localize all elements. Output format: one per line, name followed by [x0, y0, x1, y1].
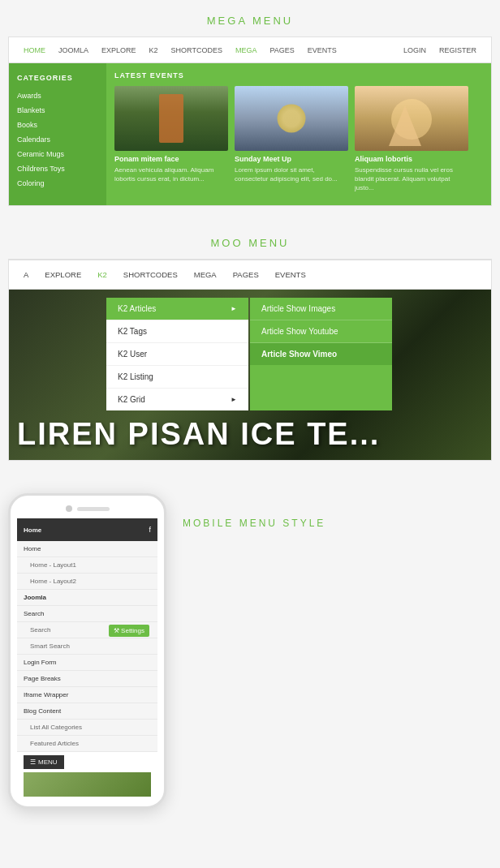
- phone-menu-item-home-layout1[interactable]: Home - Layout1: [17, 557, 157, 574]
- phone-menu-item-featured-articles[interactable]: Featured Articles: [17, 736, 157, 752]
- spacer-2: [0, 461, 500, 477]
- category-blankets[interactable]: Blankets: [9, 103, 106, 118]
- mega-card-title-2: Sunday Meet Up: [235, 155, 348, 163]
- section-title-mega: MEGA MENU: [0, 0, 500, 37]
- phone-menu-list: Home Home - Layout1 Home - Layout2 Jooml…: [17, 541, 157, 752]
- moo-nav-k2[interactable]: K2: [89, 270, 115, 279]
- nav-item-events[interactable]: EVENTS: [301, 46, 343, 54]
- moo-secondary-menu: Article Show Images Article Show Youtube…: [250, 298, 392, 410]
- mega-cards-container: Ponam mitem face Aenean vehicula aliquam…: [114, 86, 483, 193]
- phone-fb-icon: f: [149, 526, 151, 534]
- phone-menu-item-page-breaks[interactable]: Page Breaks: [17, 671, 157, 687]
- phone-settings-button[interactable]: ⚒ Settings: [109, 625, 149, 637]
- nav-item-pages[interactable]: PAGES: [263, 46, 300, 54]
- phone-menu-button[interactable]: ☰ MENU: [24, 755, 64, 769]
- moo-primary-menu: K2 Articles ► K2 Tags K2 User K2 Listing…: [106, 298, 248, 410]
- moo-nav-events[interactable]: EVENTS: [267, 270, 314, 279]
- mega-card-title-3: Aliquam lobortis: [355, 155, 468, 163]
- mega-card-1[interactable]: Ponam mitem face Aenean vehicula aliquam…: [114, 86, 228, 193]
- nav-right-group: LOGIN REGISTER: [397, 46, 483, 54]
- mega-card-text-2: Lorem ipsum dolor sit amet, consectetur …: [235, 165, 348, 183]
- phone-bottom-image: [24, 772, 151, 797]
- mega-card-3[interactable]: Aliquam lobortis Suspendisse cursus null…: [355, 86, 468, 193]
- moo-nav-bar: A EXPLORE K2 SHORTCODES MEGA PAGES EVENT…: [9, 260, 491, 290]
- moo-item-k2-articles[interactable]: K2 Articles ►: [106, 298, 248, 320]
- moo-menu-section: A EXPLORE K2 SHORTCODES MEGA PAGES EVENT…: [8, 260, 492, 461]
- category-awards[interactable]: Awards: [9, 88, 106, 103]
- category-books[interactable]: Books: [9, 118, 106, 132]
- moo-sub-show-vimeo[interactable]: Article Show Vimeo: [250, 343, 392, 365]
- phone-mockup: Home f Home Home - Layout1 Home - Layout…: [8, 493, 166, 809]
- phone-header-text: Home: [24, 526, 41, 534]
- section-title-moo: MOO MENU: [0, 222, 500, 259]
- nav-item-mega[interactable]: MEGA: [229, 46, 264, 54]
- moo-item-k2-user[interactable]: K2 User: [106, 343, 248, 366]
- latest-events-title: LATEST EVENTS: [114, 71, 483, 86]
- mega-events-panel: LATEST EVENTS Ponam mitem face Aenean ve…: [106, 63, 491, 205]
- moo-dropdown-area: K2 Articles ► K2 Tags K2 User K2 Listing…: [9, 290, 491, 460]
- arrow-icon-k2-articles: ►: [231, 305, 237, 312]
- phone-speaker: [77, 507, 110, 511]
- menu-btn-label: MENU: [38, 758, 58, 766]
- category-coloring[interactable]: Coloring: [9, 176, 106, 191]
- mega-categories-panel: CATEGORIES Awards Blankets Books Calenda…: [9, 63, 106, 205]
- settings-label: Settings: [121, 627, 144, 634]
- spacer-1: [0, 206, 500, 222]
- mega-card-title-1: Ponam mitem face: [114, 155, 228, 163]
- phone-menu-item-iframe-wrapper[interactable]: Iframe Wrapper: [17, 687, 157, 703]
- mega-card-text-3: Suspendisse cursus nulla vel eros blandi…: [355, 165, 468, 193]
- mobile-text-side: MOBILE MENU STYLE: [183, 493, 325, 529]
- moo-nav-explore[interactable]: EXPLORE: [37, 270, 89, 279]
- moo-popup: K2 Articles ► K2 Tags K2 User K2 Listing…: [106, 298, 491, 410]
- phone-header: Home f: [17, 518, 157, 541]
- category-calendars[interactable]: Calendars: [9, 132, 106, 147]
- category-ceramic-mugs[interactable]: Ceramic Mugs: [9, 147, 106, 161]
- mega-card-image-3: [355, 86, 468, 151]
- nav-item-explore[interactable]: EXPLORE: [95, 46, 143, 54]
- mobile-menu-section: Home f Home Home - Layout1 Home - Layout…: [0, 477, 500, 825]
- phone-menu-item-login-form[interactable]: Login Form: [17, 655, 157, 671]
- wrench-icon: ⚒: [114, 627, 119, 634]
- nav-item-k2[interactable]: K2: [143, 46, 165, 54]
- hamburger-icon: ☰: [30, 758, 36, 766]
- moo-menu-title: MOO MENU: [0, 222, 500, 259]
- phone-top-bar: [14, 505, 161, 512]
- moo-nav-pages[interactable]: PAGES: [225, 270, 267, 279]
- moo-nav-mega[interactable]: MEGA: [186, 270, 225, 279]
- categories-title: CATEGORIES: [9, 70, 106, 88]
- mega-card-2[interactable]: Sunday Meet Up Lorem ipsum dolor sit ame…: [235, 86, 348, 193]
- moo-nav-shortcodes[interactable]: SHORTCODES: [115, 270, 186, 279]
- mobile-section-title: MOBILE MENU STYLE: [183, 518, 325, 529]
- mega-nav-bar: HOME JOOMLA EXPLORE K2 SHORTCODES MEGA P…: [9, 37, 491, 63]
- mega-card-image-1: [114, 86, 228, 151]
- arrow-icon-k2-grid: ►: [231, 396, 237, 403]
- nav-item-home[interactable]: HOME: [17, 46, 52, 54]
- phone-menu-item-home-layout2[interactable]: Home - Layout2: [17, 574, 157, 590]
- phone-menu-item-search[interactable]: Search: [17, 606, 157, 622]
- phone-menu-item-smart-search[interactable]: Smart Search: [17, 638, 157, 655]
- moo-sub-show-images[interactable]: Article Show Images: [250, 298, 392, 320]
- moo-item-k2-listing[interactable]: K2 Listing: [106, 366, 248, 389]
- moo-item-k2-grid[interactable]: K2 Grid ►: [106, 389, 248, 410]
- phone-camera: [66, 505, 72, 512]
- nav-item-login[interactable]: LOGIN: [397, 46, 433, 54]
- mega-menu-section: HOME JOOMLA EXPLORE K2 SHORTCODES MEGA P…: [8, 37, 492, 206]
- phone-menu-item-joomla[interactable]: Joomla: [17, 590, 157, 606]
- phone-menu-item-list-all-categories[interactable]: List All Categories: [17, 720, 157, 736]
- phone-screen: Home f Home Home - Layout1 Home - Layout…: [17, 518, 157, 797]
- mega-menu-title: MEGA MENU: [0, 0, 500, 37]
- mega-dropdown: CATEGORIES Awards Blankets Books Calenda…: [9, 63, 491, 205]
- nav-item-joomla[interactable]: JOOMLA: [52, 46, 95, 54]
- nav-item-register[interactable]: REGISTER: [433, 46, 483, 54]
- moo-big-text: LIREN PISAN ICE TE...: [9, 417, 491, 452]
- phone-menu-item-home[interactable]: Home: [17, 541, 157, 557]
- moo-item-k2-tags[interactable]: K2 Tags: [106, 320, 248, 343]
- category-childrens-toys[interactable]: Childrens Toys: [9, 161, 106, 176]
- moo-sub-show-youtube[interactable]: Article Show Youtube: [250, 320, 392, 343]
- nav-item-shortcodes[interactable]: SHORTCODES: [165, 46, 229, 54]
- moo-nav-a[interactable]: A: [15, 270, 37, 279]
- mega-card-image-2: [235, 86, 348, 151]
- phone-menu-item-blog-content[interactable]: Blog Content: [17, 703, 157, 720]
- mega-card-text-1: Aenean vehicula aliquam. Aliquam loborti…: [114, 165, 228, 183]
